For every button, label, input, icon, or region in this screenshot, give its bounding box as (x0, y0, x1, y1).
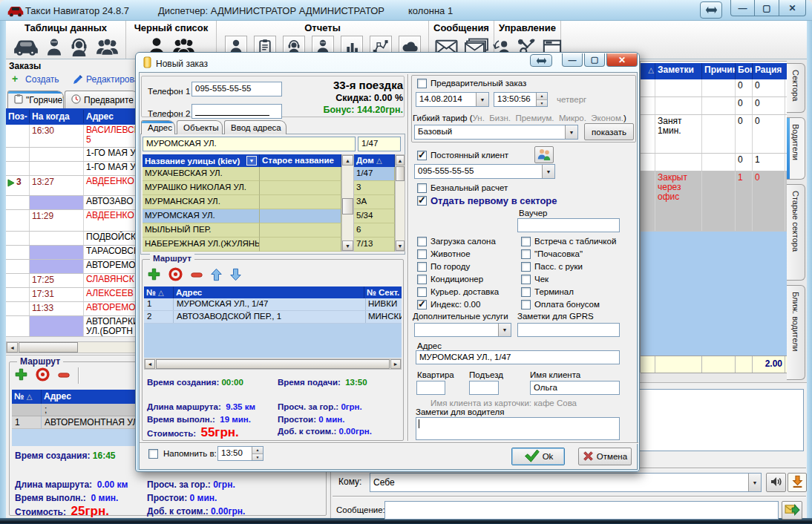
option-checkbox[interactable] (417, 287, 427, 297)
option-checkbox[interactable] (417, 275, 427, 284)
address-input[interactable]: МУРОМСКАЯ УЛ., 1/47 (416, 350, 620, 364)
house-row[interactable]: 7/13 (354, 238, 395, 252)
side-tab-3[interactable]: Старые сектора (787, 184, 805, 281)
option-checkbox[interactable] (521, 249, 531, 259)
option-checkbox[interactable] (417, 237, 427, 246)
tab-preliminary-orders[interactable]: Предварите (65, 91, 139, 108)
side-tab-4[interactable]: Ближ. водители (787, 285, 805, 380)
cancel-button[interactable]: Отмена (578, 448, 632, 465)
street-row[interactable]: МУРОМСКАЯ УЛ. (143, 209, 260, 223)
preliminary-checkbox[interactable] (417, 79, 427, 88)
cashless-checkbox[interactable] (417, 183, 427, 193)
phone2-input[interactable] (191, 104, 282, 119)
remove-route-point-icon[interactable] (58, 370, 70, 381)
swap-window-button[interactable] (700, 1, 722, 19)
phone1-input[interactable]: 095-555-55-55 (191, 82, 282, 96)
send-down-button[interactable] (788, 473, 807, 492)
driver-row[interactable]: 00 (641, 79, 787, 97)
house-row[interactable]: 5/34 (354, 209, 395, 223)
option-checkbox[interactable] (417, 249, 427, 259)
tab-address[interactable]: Адрес (141, 120, 175, 134)
dialog-minimize-button[interactable]: — (562, 53, 583, 67)
house-row[interactable]: 6 (354, 223, 395, 238)
option-checkbox[interactable] (521, 237, 531, 246)
dialog-maximize-button[interactable]: ▢ (584, 53, 605, 67)
remove-route-point-icon[interactable] (191, 271, 203, 280)
show-tariff-button[interactable]: показать (584, 123, 634, 140)
dialog-swap-button[interactable] (530, 54, 552, 67)
option-checkbox[interactable] (521, 275, 531, 284)
street-row[interactable]: МУРАШКО НИКОЛАЯ УЛ. (143, 181, 260, 195)
remind-time-spinner[interactable]: 13:50 ▲▼ (217, 446, 263, 461)
driver-icon[interactable] (46, 37, 62, 57)
option-checkbox[interactable] (417, 300, 427, 310)
add-route-point-icon[interactable] (15, 368, 27, 383)
option-checkbox[interactable] (521, 287, 531, 297)
street-old-name[interactable] (260, 181, 341, 195)
tab-address-entry[interactable]: Ввод адреса (224, 120, 287, 134)
driver-notes-input[interactable] (416, 417, 620, 440)
tariff-select[interactable]: Базовый▼ (414, 125, 578, 140)
remind-checkbox[interactable] (148, 449, 158, 459)
minimize-button[interactable]: — (730, 0, 755, 16)
gprs-notes-input[interactable] (517, 323, 620, 337)
dialog-route-row[interactable]: 2АВТОЗАВОДСКОЙ ПЕР., 1МИНСКИЙ (144, 311, 402, 324)
street-old-name[interactable] (260, 195, 341, 209)
create-order-link[interactable]: Создать (25, 74, 59, 85)
send-message-button[interactable] (782, 501, 802, 520)
driver-row[interactable]: 01 (641, 154, 787, 171)
street-row[interactable]: НАБЕРЕЖНАЯ УЛ.(ЖУЛЯНЬ (143, 238, 260, 252)
message-input[interactable] (384, 501, 779, 520)
option-checkbox[interactable] (521, 300, 531, 310)
client-name-input[interactable]: Ольга (530, 381, 620, 395)
tab-objects[interactable]: Объекты (177, 120, 223, 134)
house-row[interactable]: 1/47 (354, 167, 395, 181)
client-phone-select[interactable]: 095-555-55-55▼ (414, 164, 555, 179)
entrance-input[interactable] (469, 381, 499, 395)
clients-icon[interactable] (96, 37, 119, 57)
first-sector-checkbox[interactable] (417, 196, 427, 206)
house-input[interactable]: 1/47 (358, 137, 401, 151)
street-old-name[interactable] (260, 238, 341, 252)
move-down-icon[interactable] (230, 268, 241, 283)
street-input[interactable]: МУРОМСКАЯ УЛ. (143, 137, 356, 151)
street-row[interactable]: МУКАЧЕВСКАЯ УЛ. (143, 167, 260, 181)
voucher-input[interactable] (517, 218, 620, 232)
target-route-point-icon[interactable] (168, 267, 183, 283)
street-row[interactable]: МУРМАНСКАЯ УЛ. (143, 195, 260, 209)
side-tab-1[interactable]: Сектора (787, 63, 805, 113)
time-spinner[interactable]: 13:50:56 ▲▼ (494, 92, 548, 107)
dialog-route-hscrollbar[interactable]: ◄ ► (144, 358, 402, 370)
tab-hot-orders[interactable]: "Горячие" (7, 91, 64, 108)
operator-icon[interactable] (69, 37, 89, 57)
option-checkbox[interactable] (521, 262, 531, 272)
dialog-close-button[interactable]: ✕ (606, 53, 638, 67)
house-row[interactable]: 3 (354, 181, 395, 195)
add-route-point-icon[interactable] (148, 268, 160, 282)
car-icon[interactable] (13, 37, 39, 56)
house-vscrollbar[interactable]: ▲ ▼ (395, 154, 405, 252)
dialog-route-row[interactable]: 1МУРОМСКАЯ УЛ., 1/47НИВКИ (144, 298, 402, 311)
street-filter-button[interactable]: ▼ (246, 156, 257, 166)
target-route-point-icon[interactable] (36, 367, 50, 384)
close-button[interactable]: ✕ (779, 0, 806, 16)
house-row[interactable]: 3А (354, 195, 395, 209)
move-up-icon[interactable] (211, 268, 222, 283)
driver-row[interactable]: 00 (641, 97, 787, 115)
driver-row[interactable]: Закрыт через офис10 (641, 171, 787, 232)
sound-button[interactable] (766, 473, 786, 492)
date-select[interactable]: 14.08.2014▼ (416, 92, 489, 107)
street-old-name[interactable] (260, 223, 341, 238)
street-old-name[interactable] (260, 209, 341, 223)
maximize-button[interactable]: ▢ (755, 0, 779, 16)
driver-row[interactable]: Занят 1мин.00 (641, 115, 787, 154)
option-checkbox[interactable] (417, 262, 427, 272)
flat-input[interactable] (416, 381, 445, 395)
street-row[interactable]: МЫЛЬНЫЙ ПЕР. (143, 223, 260, 238)
ok-button[interactable]: Ok (511, 448, 565, 465)
extra-services-select[interactable]: ▼ (414, 323, 511, 337)
client-card-button[interactable] (534, 146, 554, 163)
side-tab-2-active[interactable]: Водители (787, 117, 805, 180)
to-select[interactable]: Себе▼ (370, 473, 762, 492)
street-vscrollbar[interactable]: ▲ ▼ (341, 154, 354, 252)
